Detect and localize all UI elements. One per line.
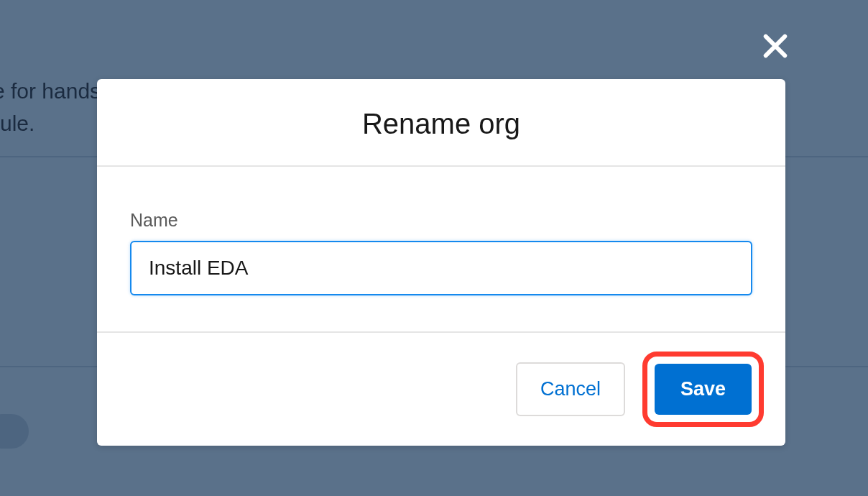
name-input[interactable] (130, 241, 752, 295)
background-text-fragment: ule. (0, 111, 34, 136)
modal-body: Name (97, 167, 785, 333)
save-button-highlight: Save (642, 352, 764, 427)
save-button[interactable]: Save (655, 364, 752, 415)
modal-title: Rename org (97, 108, 785, 140)
modal-footer: Cancel Save (97, 333, 785, 446)
background-text-fragment: e for hands (0, 79, 101, 104)
cancel-button[interactable]: Cancel (516, 362, 625, 416)
name-field-label: Name (130, 210, 752, 231)
close-button[interactable] (758, 29, 793, 63)
rename-org-modal: Rename org Name Cancel Save (97, 79, 785, 446)
close-icon (761, 32, 790, 60)
modal-header: Rename org (97, 79, 785, 167)
background-pill (0, 414, 29, 449)
